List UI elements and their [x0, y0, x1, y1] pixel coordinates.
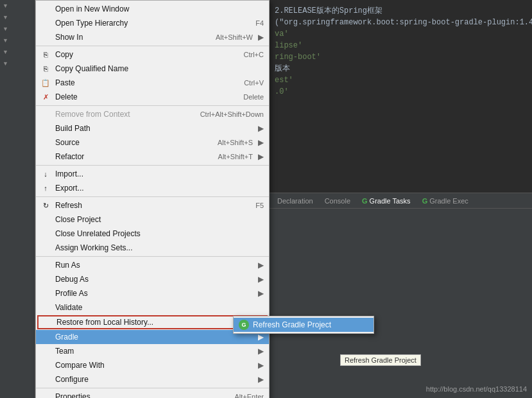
menu-run-as[interactable]: Run As ▶ [36, 258, 269, 272]
menu-refresh[interactable]: ↻ Refresh F5 [36, 198, 269, 212]
menu-export[interactable]: ↑ Export... [36, 181, 269, 195]
context-menu-overlay: Open in New Window Open Type Hierarchy F… [0, 0, 532, 398]
copy-icon: ⎘ [40, 49, 51, 60]
export-icon: ↑ [40, 182, 51, 194]
refresh-icon: ↻ [40, 200, 51, 211]
menu-open-type-hierarchy[interactable]: Open Type Hierarchy F4 [36, 16, 269, 30]
configure-arrow: ▶ [258, 375, 264, 384]
menu-properties[interactable]: Properties Alt+Enter [36, 390, 269, 398]
submenu-refresh-gradle[interactable]: G Refresh Gradle Project [234, 318, 373, 332]
source-arrow: ▶ [258, 138, 264, 147]
menu-delete[interactable]: ✗ Delete Delete [36, 90, 269, 104]
show-in-arrow: ▶ [258, 33, 264, 42]
menu-open-new-window[interactable]: Open in New Window [36, 2, 269, 16]
gradle-submenu: G Refresh Gradle Project [233, 316, 374, 334]
menu-build-path[interactable]: Build Path ▶ [36, 121, 269, 135]
separator-5 [36, 256, 269, 257]
menu-show-in[interactable]: Show In Alt+Shift+W ▶ [36, 30, 269, 44]
copy-qualified-icon: ⎘ [40, 63, 51, 74]
separator-6 [36, 388, 269, 388]
build-path-arrow: ▶ [258, 124, 264, 133]
menu-copy-qualified-name[interactable]: ⎘ Copy Qualified Name [36, 62, 269, 76]
separator-4 [36, 196, 269, 197]
import-icon: ↓ [40, 168, 51, 180]
paste-icon: 📋 [40, 77, 51, 89]
menu-remove-context[interactable]: Remove from Context Ctrl+Alt+Shift+Down [36, 107, 269, 121]
tooltip-refresh-gradle: Refresh Gradle Project [340, 354, 421, 366]
menu-configure[interactable]: Configure ▶ [36, 372, 269, 386]
delete-icon: ✗ [40, 91, 51, 103]
menu-import[interactable]: ↓ Import... [36, 167, 269, 181]
gradle-refresh-icon: G [239, 320, 249, 330]
menu-debug-as[interactable]: Debug As ▶ [36, 272, 269, 286]
separator-3 [36, 165, 269, 166]
profile-as-arrow: ▶ [258, 289, 264, 298]
menu-paste[interactable]: 📋 Paste Ctrl+V [36, 76, 269, 90]
menu-team[interactable]: Team ▶ [36, 344, 269, 358]
context-menu: Open in New Window Open Type Hierarchy F… [35, 0, 270, 398]
separator-1 [36, 46, 269, 46]
menu-refactor[interactable]: Refactor Alt+Shift+T ▶ [36, 150, 269, 164]
refactor-arrow: ▶ [258, 152, 264, 161]
menu-source[interactable]: Source Alt+Shift+S ▶ [36, 135, 269, 150]
gradle-arrow: ▶ [258, 333, 264, 342]
compare-arrow: ▶ [258, 361, 264, 370]
menu-validate[interactable]: Validate [36, 300, 269, 315]
menu-close-project[interactable]: Close Project [36, 212, 269, 227]
team-arrow: ▶ [258, 347, 264, 356]
separator-2 [36, 105, 269, 106]
menu-compare-with[interactable]: Compare With ▶ [36, 358, 269, 372]
debug-as-arrow: ▶ [258, 275, 264, 284]
menu-assign-working-sets[interactable]: Assign Working Sets... [36, 241, 269, 255]
run-as-arrow: ▶ [258, 261, 264, 270]
menu-profile-as[interactable]: Profile As ▶ [36, 286, 269, 300]
menu-close-unrelated[interactable]: Close Unrelated Projects [36, 227, 269, 241]
menu-copy[interactable]: ⎘ Copy Ctrl+C [36, 48, 269, 62]
